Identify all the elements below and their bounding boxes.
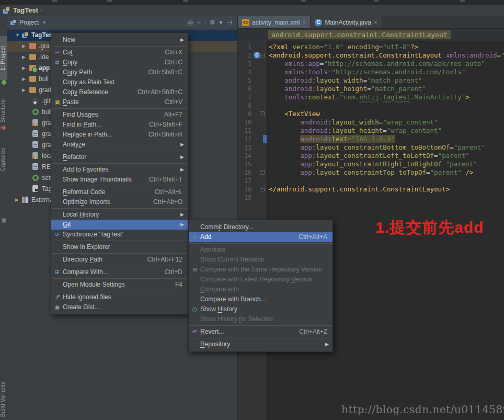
git-menu-item-commit-directory[interactable]: Commit Directory...: [189, 222, 333, 232]
project-root-icon: [22, 32, 29, 38]
menu-item-refactor[interactable]: Refactor▶: [51, 152, 188, 162]
gear-icon[interactable]: ⚙: [210, 19, 215, 26]
gear-caret-icon[interactable]: ▾: [220, 19, 223, 26]
separator: [205, 19, 205, 26]
menu-item-cut[interactable]: ✂CutCtrl+X: [51, 48, 188, 58]
menu-item-reformat-code[interactable]: Reformat CodeCtrl+Alt+L: [51, 187, 188, 197]
tab-mainactivity-java[interactable]: CMainActivity.java×: [311, 16, 382, 28]
breadcrumb-project-name[interactable]: TagTest: [13, 6, 38, 14]
tree-expand-arrow[interactable]: ▶: [15, 195, 19, 206]
code-line-1[interactable]: 1<?xml version="1.0" encoding="utf-8"?>: [238, 43, 504, 51]
code-text: xmlns:tools="http://schemas.android.com/…: [269, 68, 465, 76]
code-line-9[interactable]: 9− <TextView: [238, 110, 504, 118]
menu-item-add-to-favorites[interactable]: Add to Favorites▶: [51, 165, 188, 175]
menu-item-hide-ignored-files[interactable]: .i*Hide ignored files: [51, 292, 188, 302]
menu-item-synchronize-tagtest[interactable]: ⟳Synchronize 'TagTest': [51, 230, 188, 240]
code-text: android:layout_height="wrap_content": [269, 127, 442, 135]
menu-item-show-image-thumbnails[interactable]: Show Image ThumbnailsCtrl+Shift+T: [51, 175, 188, 185]
git-menu-item-compare-with-latest-repository-version[interactable]: Compare with Latest Repository Version: [189, 275, 333, 285]
menu-item-find-in-path[interactable]: Find in Path...Ctrl+Shift+F: [51, 120, 188, 130]
notification-dot: [2, 126, 6, 130]
code-line-5[interactable]: 5 android:layout_width="match_parent": [238, 76, 504, 85]
git-menu-item-compare-with[interactable]: Compare with...: [189, 285, 333, 294]
menu-item-show-in-explorer[interactable]: Show in Explorer: [51, 242, 188, 252]
code-line-3[interactable]: 3 xmlns:app="http://schemas.android.com/…: [238, 60, 504, 68]
code-line-13[interactable]: 13 app:layout_constraintBottom_toBottomO…: [238, 143, 504, 152]
code-line-19[interactable]: 19: [238, 194, 504, 202]
history-icon: ◷: [190, 304, 199, 314]
menu-separator: [52, 151, 187, 151]
stripe-button-captures[interactable]: Captures: [0, 141, 7, 178]
code-line-17[interactable]: 17: [238, 177, 504, 185]
code-line-10[interactable]: 10 android:layout_width="wrap_content": [238, 118, 504, 127]
menu-item-open-module-settings[interactable]: Open Module SettingsF4: [51, 280, 188, 290]
menu-item-copy-reference[interactable]: Copy ReferenceCtrl+Alt+Shift+C: [51, 87, 188, 97]
menu-item-optimize-imports[interactable]: Optimize ImportsCtrl+Alt+O: [51, 197, 188, 207]
menu-item-copy-path[interactable]: Copy PathCtrl+Shift+C: [51, 67, 188, 77]
revert-icon: ↶: [190, 327, 199, 337]
project-view-caret-icon[interactable]: ▾: [43, 20, 45, 25]
doc-icon: [32, 141, 38, 148]
git-menu-item-show-history-for-selection[interactable]: Show History for Selection: [189, 314, 333, 324]
tree-expand-arrow[interactable]: ▶: [22, 74, 26, 85]
tree-expand-arrow[interactable]: ▼: [15, 30, 20, 41]
git-menu-item-add[interactable]: +AddCtrl+Alt+A: [189, 232, 333, 242]
hide-panel-icon[interactable]: ⊣: [227, 19, 232, 26]
locate-icon[interactable]: ◎: [188, 19, 193, 26]
git-menu-item-show-current-revision[interactable]: Show Current Revision: [189, 255, 333, 265]
code-line-16[interactable]: 16⌐ app:layout_constraintTop_toTopOf="pa…: [238, 168, 504, 177]
menu-item-directory-path[interactable]: Directory PathCtrl+Alt+F12: [51, 255, 188, 265]
menu-item-git[interactable]: Git▶: [51, 220, 188, 230]
git-menu-item-show-history[interactable]: ◷Show History: [189, 304, 333, 314]
menu-item-replace-in-path[interactable]: Replace in Path...Ctrl+Shift+R: [51, 130, 188, 140]
code-line-4[interactable]: 4 xmlns:tools="http://schemas.android.co…: [238, 68, 504, 76]
code-line-18[interactable]: 18⌐</android.support.constraint.Constrai…: [238, 185, 504, 194]
tree-item-label: buil: [39, 74, 49, 85]
tab-activity-main-xml[interactable]: <>activity_main.xml×: [238, 16, 311, 28]
tree-expand-arrow[interactable]: ▶: [22, 85, 26, 96]
code-line-8[interactable]: 8: [238, 101, 504, 110]
code-line-11[interactable]: 11 android:layout_height="wrap_content": [238, 127, 504, 135]
code-line-12[interactable]: 12 android:text="TAG 1.0.3": [238, 135, 504, 143]
menu-item-new[interactable]: New▶: [51, 35, 188, 45]
git-menu-item-repository[interactable]: Repository▶: [189, 339, 333, 349]
menu-item-analyze[interactable]: Analyze▶: [51, 140, 188, 150]
context-element-chip[interactable]: android.support.constraint.ConstraintLay…: [268, 30, 451, 39]
git-menu-item-revert[interactable]: ↶Revert...Ctrl+Alt+Z: [189, 327, 333, 337]
tree-expand-arrow[interactable]: ▶: [22, 52, 26, 63]
fold-marker-icon[interactable]: ⌐: [260, 187, 265, 191]
git-menu-item-compare-with-the-same-repository-version[interactable]: ⊞Compare with the Same Repository Versio…: [189, 265, 333, 275]
menu-item-label: Git: [63, 221, 71, 228]
code-line-14[interactable]: 14 app:layout_constraintLeft_toLeftOf="p…: [238, 152, 504, 160]
git-menu-item-compare-with-branch[interactable]: Compare with Branch...: [189, 294, 333, 304]
stripe-button-build-variants[interactable]: Build Variants: [0, 375, 7, 420]
menu-item-create-gist[interactable]: ◉Create Gist...: [51, 302, 188, 312]
captures-icon: [2, 218, 6, 223]
menu-shortcut: Ctrl+Alt+O: [153, 197, 182, 207]
tab-close-icon[interactable]: ×: [374, 19, 377, 26]
tree-item-label: grad: [39, 85, 51, 96]
fold-marker-icon[interactable]: −: [260, 111, 265, 116]
tree-expand-arrow[interactable]: ▶: [22, 63, 26, 74]
code-line-7[interactable]: 7 tools:context="com.nhtzj.tagtest.MainA…: [238, 93, 504, 101]
code-line-6[interactable]: 6 android:layout_height="match_parent": [238, 85, 504, 93]
collapse-all-icon[interactable]: ÷: [197, 19, 201, 26]
code-text: <android.support.constraint.ConstraintLa…: [269, 51, 504, 60]
stripe-button-1-project[interactable]: 1: Project: [0, 36, 7, 80]
menu-item-local-history[interactable]: Local History▶: [51, 210, 188, 220]
menu-item-copy-as-plain-text[interactable]: Copy as Plain Text: [51, 77, 188, 87]
menu-item-paste[interactable]: ▣PasteCtrl+V: [51, 97, 188, 107]
code-line-2[interactable]: 2C−<android.support.constraint.Constrain…: [238, 51, 504, 60]
fold-marker-icon[interactable]: ⌐: [260, 170, 265, 175]
code-text: app:layout_constraintBottom_toBottomOf="…: [269, 143, 485, 152]
menu-item-find-usages[interactable]: Find UsagesAlt+F7: [51, 110, 188, 120]
code-line-15[interactable]: 15 app:layout_constraintRight_toRightOf=…: [238, 160, 504, 168]
git-menu-item-annotate[interactable]: Annotate: [189, 245, 333, 255]
fold-marker-icon[interactable]: −: [260, 53, 265, 58]
menu-item-copy[interactable]: ⧉CopyCtrl+C: [51, 58, 188, 67]
project-view-selector[interactable]: Project: [19, 19, 39, 26]
submenu-arrow-icon: ▶: [180, 35, 184, 45]
menu-item-compare-with[interactable]: ⊞Compare With...Ctrl+D: [51, 267, 188, 277]
tree-expand-arrow[interactable]: ▶: [22, 41, 26, 52]
tab-close-icon[interactable]: ×: [302, 19, 306, 26]
